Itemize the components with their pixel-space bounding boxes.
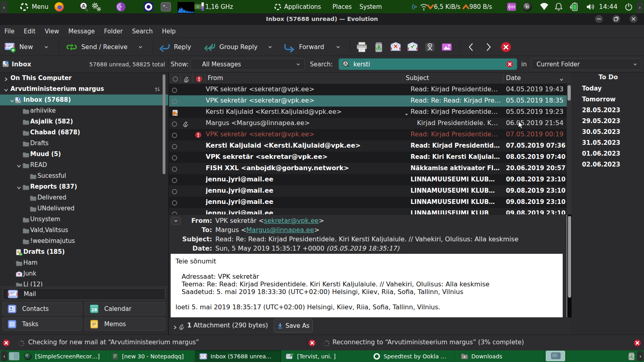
- sidebar-item[interactable]: Drafts (185): [0, 247, 168, 257]
- thread-expander[interactable]: [405, 111, 409, 118]
- message-row[interactable]: VPK sekretär <sekretar@vpk.ee>Read: Kiri…: [169, 152, 572, 163]
- column-attachment[interactable]: [184, 76, 189, 83]
- to-email-link[interactable]: Margus@linnapea.ee: [246, 226, 314, 234]
- new-button[interactable]: New: [4, 38, 33, 56]
- taskbar-scroll-right[interactable]: ›: [637, 351, 644, 361]
- next-button[interactable]: [485, 38, 493, 56]
- menu-applet[interactable]: Menu: [32, 0, 48, 13]
- account-sort[interactable]: [154, 85, 161, 93]
- recorder-tray[interactable]: [522, 0, 533, 13]
- sidebar-item[interactable]: !weebimajutus: [0, 236, 168, 247]
- sidebar-scrollbar[interactable]: [163, 74, 165, 174]
- message-row[interactable]: jennu.jyri@mail.eeLINNAMUUSEUMI KLUB…09.…: [169, 197, 572, 208]
- message-row[interactable]: VPK sekretär <sekretar@vpk.ee>Read: Kirj…: [169, 84, 572, 95]
- trash-applet[interactable]: [627, 351, 636, 361]
- firefox-launcher[interactable]: [54, 0, 64, 13]
- column-priority[interactable]: [196, 75, 202, 82]
- sidebar-item[interactable]: READ: [0, 160, 168, 171]
- sidebar-item[interactable]: arhiivike: [0, 105, 168, 116]
- column-status[interactable]: [172, 75, 178, 82]
- taskbar-scroll-left[interactable]: ‹: [1, 351, 8, 361]
- tor-browser-launcher[interactable]: [116, 0, 126, 13]
- scrollbar-thumb[interactable]: [568, 216, 571, 298]
- cpu-frequency-applet[interactable]: [194, 0, 204, 13]
- taskbar-window-button[interactable]: [Tervist, uni. ]: [281, 350, 369, 362]
- tasks-view-button[interactable]: Tasks: [2, 317, 82, 331]
- message-row[interactable]: jennu.jyri@mail.eeLINNAMUUSEUMI KLUB…09.…: [169, 174, 572, 185]
- calendar-view-button[interactable]: 28Calendar: [85, 302, 165, 315]
- group-reply-dropdown[interactable]: [267, 38, 273, 56]
- cancel-activity-button[interactable]: [634, 339, 641, 347]
- sidebar-item[interactable]: Reports (837): [0, 181, 168, 192]
- save-as-button[interactable]: Save As: [274, 319, 313, 333]
- show-desktop-button[interactable]: [8, 352, 20, 361]
- sort-direction-icon[interactable]: [559, 76, 564, 83]
- cpu-graph-applet[interactable]: [178, 1, 194, 14]
- network-monitor-applet[interactable]: [411, 0, 419, 13]
- attachment-expander[interactable]: [172, 323, 178, 331]
- menu-item[interactable]: Edit: [24, 28, 35, 35]
- menu-item[interactable]: Folder: [104, 28, 123, 35]
- message-row[interactable]: FISH XXL <anbojdk@gorbany.network>Näkkam…: [169, 163, 572, 174]
- forward-dropdown[interactable]: [335, 38, 341, 56]
- sidebar-item[interactable]: Asjalik (582): [0, 116, 168, 127]
- from-email-link[interactable]: sekretar@vpk.ee: [264, 217, 319, 224]
- tree-expander[interactable]: [16, 162, 22, 169]
- todo-item[interactable]: 31.05.2023: [582, 139, 620, 150]
- close-button[interactable]: [629, 14, 638, 23]
- scrollbar-thumb[interactable]: [568, 85, 571, 101]
- sidebar-item[interactable]: Sucessful: [0, 171, 168, 181]
- settings-launcher[interactable]: [91, 0, 102, 13]
- stop-button[interactable]: [500, 38, 512, 56]
- power-applet[interactable]: [624, 0, 633, 13]
- menu-item[interactable]: Message: [68, 28, 95, 35]
- message-row[interactable]: Kersti Kaljulaid <Kersti.Kaljulaid@vpk.e…: [169, 140, 572, 152]
- sidebar-item[interactable]: On This Computer: [0, 73, 168, 84]
- send-receive-dropdown[interactable]: [138, 38, 143, 56]
- junk-button[interactable]: [390, 38, 402, 56]
- message-row[interactable]: jennu.jyri@mail.eeLINNAMUUSEUMI KLUB09.0…: [169, 208, 572, 214]
- forward-button[interactable]: Forward: [283, 38, 324, 56]
- mate-menu-icon-wrap[interactable]: [19, 0, 29, 13]
- tree-expander[interactable]: [3, 75, 9, 82]
- not-junk-button[interactable]: [407, 38, 419, 56]
- mail-view-button[interactable]: Mail: [2, 288, 165, 300]
- taskbar-window-button[interactable]: Downloads: [456, 350, 544, 362]
- sidebar-item[interactable]: Arvutiministeerium margus: [0, 84, 168, 95]
- workspace-switcher[interactable]: [546, 351, 565, 361]
- reply-button[interactable]: Reply: [159, 38, 191, 56]
- sidebar-item[interactable]: Inbox (57688): [0, 95, 168, 105]
- tree-expander[interactable]: [9, 97, 15, 104]
- contacts-view-button[interactable]: Contacts: [2, 302, 82, 315]
- sidebar-item[interactable]: Ham: [0, 257, 168, 268]
- group-reply-button[interactable]: Group Reply: [202, 38, 258, 56]
- delete-button[interactable]: [373, 38, 385, 56]
- message-row[interactable]: jennu.jyri@mail.eeLINNAMUUSEUMI KLUB…09.…: [169, 185, 572, 197]
- clear-search-button[interactable]: [506, 60, 514, 68]
- todo-item[interactable]: 29.05.2023: [582, 117, 620, 128]
- search-tool-launcher[interactable]: A: [79, 0, 89, 13]
- taskbar-window-button[interactable]: Speedtest by Ookla …: [369, 350, 456, 362]
- previous-button[interactable]: [467, 38, 475, 56]
- menu-item[interactable]: View: [45, 28, 59, 35]
- todo-item[interactable]: 30.05.2023: [582, 128, 620, 139]
- terminal-launcher[interactable]: >_: [161, 0, 171, 13]
- todo-item[interactable]: Today: [582, 85, 602, 96]
- sidebar-item[interactable]: Muud (5): [0, 149, 168, 160]
- system-menu[interactable]: System: [359, 0, 382, 13]
- todo-item[interactable]: 02.06.2023: [582, 161, 620, 172]
- search-input[interactable]: Akersti: [339, 58, 517, 70]
- sidebar-item[interactable]: UNdelivered: [0, 203, 168, 214]
- todo-item[interactable]: 01.06.2023: [582, 150, 620, 161]
- panel-scroll-left[interactable]: ‹: [1, 1, 7, 14]
- menu-item[interactable]: File: [4, 28, 14, 35]
- sidebar-item[interactable]: Drafts: [0, 138, 168, 149]
- menu-item[interactable]: Help: [162, 28, 175, 35]
- message-row[interactable]: Kersti Kaljulaid <Kersti.Kaljulaid@vpk.e…: [169, 107, 572, 118]
- titlebar[interactable]: Inbox (57688 unread) — Evolution: [0, 13, 644, 25]
- message-row[interactable]: VPK sekretär <sekretar@vpk.ee>Read: Re: …: [169, 95, 572, 107]
- volume-tray[interactable]: [586, 0, 596, 13]
- new-dropdown[interactable]: [43, 38, 49, 56]
- minimize-button[interactable]: [594, 14, 603, 23]
- send-receive-button[interactable]: Send / Receive: [65, 38, 128, 56]
